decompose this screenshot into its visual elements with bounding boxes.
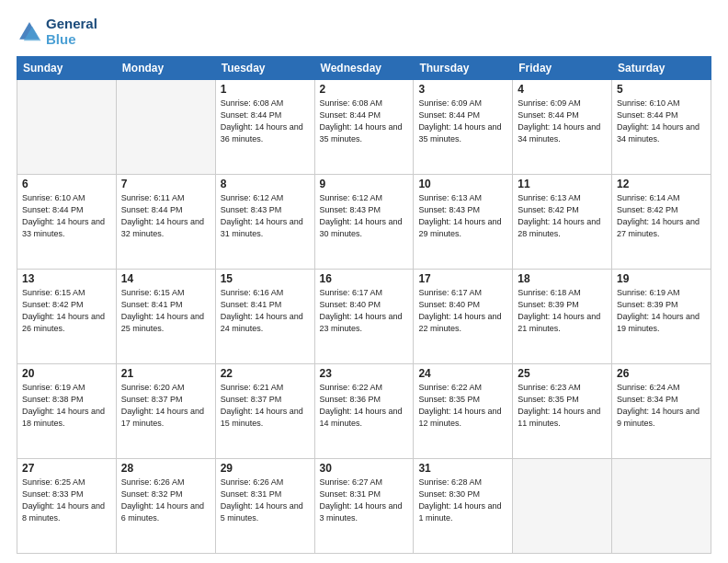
day-number: 11	[518, 178, 607, 190]
calendar-cell: 13 Sunrise: 6:15 AMSunset: 8:42 PMDaylig…	[17, 270, 117, 364]
day-info: Sunrise: 6:08 AMSunset: 8:44 PMDaylight:…	[221, 98, 310, 145]
day-info: Sunrise: 6:13 AMSunset: 8:43 PMDaylight:…	[418, 192, 507, 240]
calendar-cell: 19 Sunrise: 6:19 AMSunset: 8:39 PMDaylig…	[612, 270, 711, 364]
day-number: 5	[617, 83, 706, 96]
calendar-cell	[116, 80, 215, 175]
day-info: Sunrise: 6:12 AMSunset: 8:43 PMDaylight:…	[221, 192, 310, 240]
day-number: 22	[221, 367, 310, 380]
calendar-cell: 11 Sunrise: 6:13 AMSunset: 8:42 PMDaylig…	[513, 175, 612, 270]
calendar-cell: 26 Sunrise: 6:24 AMSunset: 8:34 PMDaylig…	[612, 364, 711, 459]
day-number: 14	[121, 272, 210, 285]
calendar-cell: 29 Sunrise: 6:26 AMSunset: 8:31 PMDaylig…	[215, 459, 314, 554]
header: General Blue	[17, 17, 711, 47]
day-number: 4	[518, 83, 607, 96]
calendar-cell: 27 Sunrise: 6:25 AMSunset: 8:33 PMDaylig…	[17, 459, 117, 554]
day-number: 1	[221, 83, 310, 96]
day-number: 31	[418, 462, 507, 475]
calendar-cell: 17 Sunrise: 6:17 AMSunset: 8:40 PMDaylig…	[414, 270, 513, 364]
day-info: Sunrise: 6:16 AMSunset: 8:41 PMDaylight:…	[221, 287, 310, 335]
day-info: Sunrise: 6:28 AMSunset: 8:30 PMDaylight:…	[418, 477, 507, 524]
day-number: 29	[221, 462, 310, 475]
day-info: Sunrise: 6:22 AMSunset: 8:36 PMDaylight:…	[320, 382, 409, 430]
day-info: Sunrise: 6:09 AMSunset: 8:44 PMDaylight:…	[418, 98, 507, 145]
calendar-week-1: 1 Sunrise: 6:08 AMSunset: 8:44 PMDayligh…	[17, 80, 711, 175]
day-number: 27	[22, 462, 111, 475]
calendar-cell: 8 Sunrise: 6:12 AMSunset: 8:43 PMDayligh…	[215, 175, 314, 270]
calendar-cell: 1 Sunrise: 6:08 AMSunset: 8:44 PMDayligh…	[215, 80, 314, 175]
day-number: 3	[418, 83, 507, 96]
calendar-cell	[17, 80, 117, 175]
day-info: Sunrise: 6:14 AMSunset: 8:42 PMDaylight:…	[617, 192, 706, 240]
calendar-cell: 7 Sunrise: 6:11 AMSunset: 8:44 PMDayligh…	[116, 175, 215, 270]
calendar-cell: 22 Sunrise: 6:21 AMSunset: 8:37 PMDaylig…	[215, 364, 314, 459]
day-number: 17	[418, 272, 507, 285]
day-info: Sunrise: 6:27 AMSunset: 8:31 PMDaylight:…	[320, 477, 409, 524]
calendar-cell: 25 Sunrise: 6:23 AMSunset: 8:35 PMDaylig…	[513, 364, 612, 459]
calendar-header-monday: Monday	[116, 57, 215, 80]
day-info: Sunrise: 6:26 AMSunset: 8:31 PMDaylight:…	[221, 477, 310, 524]
day-number: 13	[22, 272, 111, 285]
day-info: Sunrise: 6:08 AMSunset: 8:44 PMDaylight:…	[320, 98, 409, 145]
calendar-cell: 18 Sunrise: 6:18 AMSunset: 8:39 PMDaylig…	[513, 270, 612, 364]
calendar-cell: 14 Sunrise: 6:15 AMSunset: 8:41 PMDaylig…	[116, 270, 215, 364]
calendar-week-3: 13 Sunrise: 6:15 AMSunset: 8:42 PMDaylig…	[17, 270, 711, 364]
day-info: Sunrise: 6:09 AMSunset: 8:44 PMDaylight:…	[518, 98, 607, 145]
calendar-cell: 28 Sunrise: 6:26 AMSunset: 8:32 PMDaylig…	[116, 459, 215, 554]
calendar-week-5: 27 Sunrise: 6:25 AMSunset: 8:33 PMDaylig…	[17, 459, 711, 554]
day-number: 28	[121, 462, 210, 475]
calendar-cell: 6 Sunrise: 6:10 AMSunset: 8:44 PMDayligh…	[17, 175, 117, 270]
day-number: 6	[22, 178, 111, 190]
day-info: Sunrise: 6:25 AMSunset: 8:33 PMDaylight:…	[22, 477, 111, 524]
day-number: 21	[121, 367, 210, 380]
calendar-table: SundayMondayTuesdayWednesdayThursdayFrid…	[17, 56, 711, 554]
day-number: 18	[518, 272, 607, 285]
calendar-header-row: SundayMondayTuesdayWednesdayThursdayFrid…	[17, 57, 711, 80]
calendar-cell: 9 Sunrise: 6:12 AMSunset: 8:43 PMDayligh…	[314, 175, 414, 270]
day-number: 10	[418, 178, 507, 190]
calendar-cell: 31 Sunrise: 6:28 AMSunset: 8:30 PMDaylig…	[414, 459, 513, 554]
calendar-cell: 10 Sunrise: 6:13 AMSunset: 8:43 PMDaylig…	[414, 175, 513, 270]
calendar-cell: 12 Sunrise: 6:14 AMSunset: 8:42 PMDaylig…	[612, 175, 711, 270]
day-info: Sunrise: 6:10 AMSunset: 8:44 PMDaylight:…	[617, 98, 706, 145]
day-number: 25	[518, 367, 607, 380]
day-number: 7	[121, 178, 210, 190]
day-info: Sunrise: 6:22 AMSunset: 8:35 PMDaylight:…	[418, 382, 507, 430]
calendar-week-2: 6 Sunrise: 6:10 AMSunset: 8:44 PMDayligh…	[17, 175, 711, 270]
day-info: Sunrise: 6:20 AMSunset: 8:37 PMDaylight:…	[121, 382, 210, 430]
calendar-header-saturday: Saturday	[612, 57, 711, 80]
day-info: Sunrise: 6:18 AMSunset: 8:39 PMDaylight:…	[518, 287, 607, 335]
calendar-header-friday: Friday	[513, 57, 612, 80]
day-number: 15	[221, 272, 310, 285]
day-info: Sunrise: 6:10 AMSunset: 8:44 PMDaylight:…	[22, 192, 111, 240]
day-number: 12	[617, 178, 706, 190]
logo: General Blue	[17, 17, 97, 47]
day-info: Sunrise: 6:19 AMSunset: 8:38 PMDaylight:…	[22, 382, 111, 430]
day-info: Sunrise: 6:26 AMSunset: 8:32 PMDaylight:…	[121, 477, 210, 524]
calendar-cell: 23 Sunrise: 6:22 AMSunset: 8:36 PMDaylig…	[314, 364, 414, 459]
calendar-cell: 20 Sunrise: 6:19 AMSunset: 8:38 PMDaylig…	[17, 364, 117, 459]
page: General Blue SundayMondayTuesdayWednesda…	[0, 0, 728, 563]
day-number: 20	[22, 367, 111, 380]
calendar-cell	[612, 459, 711, 554]
calendar-cell: 21 Sunrise: 6:20 AMSunset: 8:37 PMDaylig…	[116, 364, 215, 459]
day-number: 2	[320, 83, 409, 96]
day-number: 30	[320, 462, 409, 475]
day-info: Sunrise: 6:21 AMSunset: 8:37 PMDaylight:…	[221, 382, 310, 430]
day-number: 26	[617, 367, 706, 380]
day-number: 24	[418, 367, 507, 380]
day-info: Sunrise: 6:11 AMSunset: 8:44 PMDaylight:…	[121, 192, 210, 240]
day-info: Sunrise: 6:17 AMSunset: 8:40 PMDaylight:…	[418, 287, 507, 335]
day-info: Sunrise: 6:12 AMSunset: 8:43 PMDaylight:…	[320, 192, 409, 240]
day-info: Sunrise: 6:15 AMSunset: 8:42 PMDaylight:…	[22, 287, 111, 335]
calendar-cell: 24 Sunrise: 6:22 AMSunset: 8:35 PMDaylig…	[414, 364, 513, 459]
day-number: 23	[320, 367, 409, 380]
calendar-cell: 30 Sunrise: 6:27 AMSunset: 8:31 PMDaylig…	[314, 459, 414, 554]
day-info: Sunrise: 6:13 AMSunset: 8:42 PMDaylight:…	[518, 192, 607, 240]
day-info: Sunrise: 6:19 AMSunset: 8:39 PMDaylight:…	[617, 287, 706, 335]
calendar-cell: 16 Sunrise: 6:17 AMSunset: 8:40 PMDaylig…	[314, 270, 414, 364]
calendar-cell	[513, 459, 612, 554]
day-info: Sunrise: 6:17 AMSunset: 8:40 PMDaylight:…	[320, 287, 409, 335]
day-number: 16	[320, 272, 409, 285]
day-info: Sunrise: 6:23 AMSunset: 8:35 PMDaylight:…	[518, 382, 607, 430]
calendar-header-sunday: Sunday	[17, 57, 117, 80]
